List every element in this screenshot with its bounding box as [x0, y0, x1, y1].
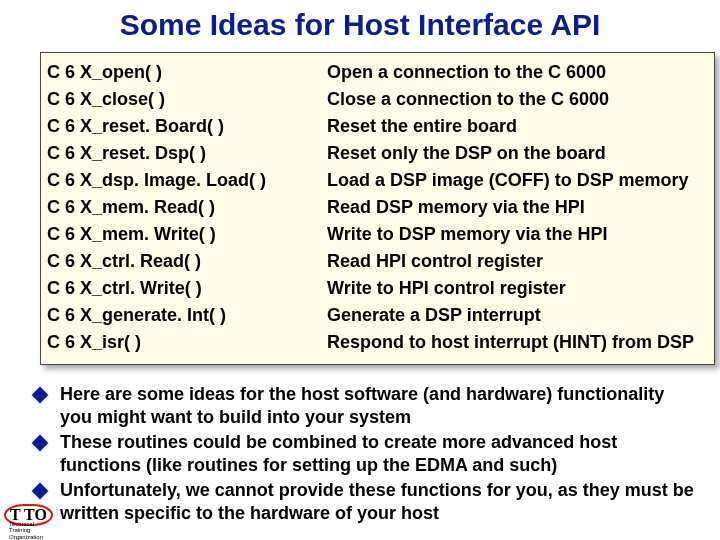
api-fn: C 6 X_close( ) [47, 86, 327, 113]
api-row: C 6 X_reset. Board( )Reset the entire bo… [47, 113, 704, 140]
api-table: C 6 X_open( )Open a connection to the C … [40, 52, 715, 365]
diamond-bullet-icon [32, 387, 49, 404]
tto-sub-line: Organization [9, 534, 43, 540]
api-row: C 6 X_isr( )Respond to host interrupt (H… [47, 329, 704, 356]
api-desc: Reset only the DSP on the board [327, 140, 704, 167]
slide-title: Some Ideas for Host Interface API [0, 0, 720, 52]
api-desc: Write to DSP memory via the HPI [327, 221, 704, 248]
api-desc: Read HPI control register [327, 248, 704, 275]
api-desc: Read DSP memory via the HPI [327, 194, 704, 221]
api-desc: Generate a DSP interrupt [327, 302, 704, 329]
api-desc: Reset the entire board [327, 113, 704, 140]
diamond-bullet-icon [32, 435, 49, 452]
bullet-item: These routines could be combined to crea… [34, 431, 700, 476]
api-row: C 6 X_ctrl. Write( )Write to HPI control… [47, 275, 704, 302]
api-row: C 6 X_reset. Dsp( )Reset only the DSP on… [47, 140, 704, 167]
api-fn: C 6 X_ctrl. Write( ) [47, 275, 327, 302]
api-fn: C 6 X_reset. Dsp( ) [47, 140, 327, 167]
api-fn: C 6 X_mem. Write( ) [47, 221, 327, 248]
bullet-item: Here are some ideas for the host softwar… [34, 383, 700, 428]
api-row: C 6 X_dsp. Image. Load( )Load a DSP imag… [47, 167, 704, 194]
api-desc: Write to HPI control register [327, 275, 704, 302]
api-fn: C 6 X_generate. Int( ) [47, 302, 327, 329]
api-fn: C 6 X_reset. Board( ) [47, 113, 327, 140]
api-fn: C 6 X_mem. Read( ) [47, 194, 327, 221]
api-desc: Load a DSP image (COFF) to DSP memory [327, 167, 704, 194]
api-fn: C 6 X_isr( ) [47, 329, 327, 356]
api-row: C 6 X_close( )Close a connection to the … [47, 86, 704, 113]
api-fn: C 6 X_ctrl. Read( ) [47, 248, 327, 275]
api-desc: Open a connection to the C 6000 [327, 59, 704, 86]
api-row: C 6 X_generate. Int( )Generate a DSP int… [47, 302, 704, 329]
api-row: C 6 X_mem. Read( )Read DSP memory via th… [47, 194, 704, 221]
api-row: C 6 X_mem. Write( )Write to DSP memory v… [47, 221, 704, 248]
bullet-text: These routines could be combined to crea… [60, 431, 700, 476]
bullet-text: Here are some ideas for the host softwar… [60, 383, 700, 428]
api-row: C 6 X_ctrl. Read( )Read HPI control regi… [47, 248, 704, 275]
diamond-bullet-icon [32, 483, 49, 500]
bullet-text: Unfortunately, we cannot provide these f… [60, 479, 700, 524]
api-fn: C 6 X_dsp. Image. Load( ) [47, 167, 327, 194]
bullet-list: Here are some ideas for the host softwar… [34, 383, 700, 524]
api-desc: Close a connection to the C 6000 [327, 86, 704, 113]
api-fn: C 6 X_open( ) [47, 59, 327, 86]
tto-subtitle: Technical Training Organization [9, 521, 43, 540]
api-desc: Respond to host interrupt (HINT) from DS… [327, 329, 704, 356]
bullet-item: Unfortunately, we cannot provide these f… [34, 479, 700, 524]
api-row: C 6 X_open( )Open a connection to the C … [47, 59, 704, 86]
